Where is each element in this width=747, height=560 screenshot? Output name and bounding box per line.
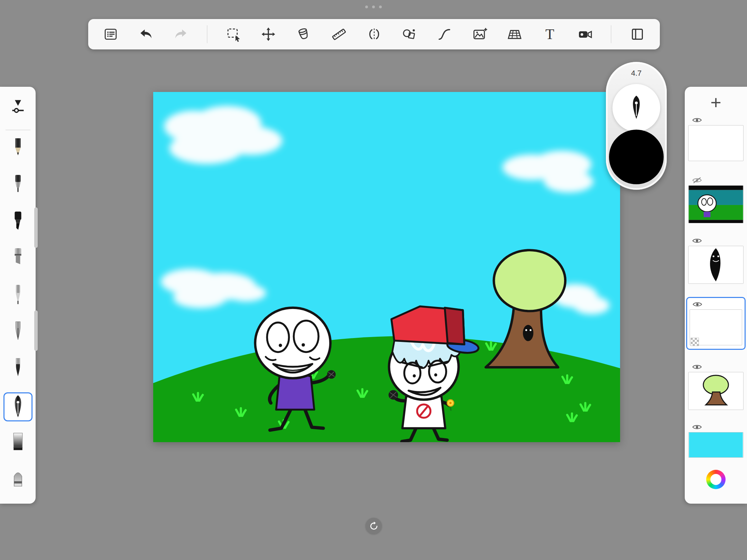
scroll-indicator[interactable] (34, 207, 38, 248)
flat-marker-tool[interactable] (3, 246, 33, 275)
brush-size-value: 4.7 (606, 69, 667, 78)
curve-icon (436, 26, 452, 42)
brush-size-overlay[interactable]: 4.7 (606, 62, 667, 190)
layer-item[interactable] (688, 116, 744, 161)
add-layer-button[interactable]: + (710, 93, 721, 112)
list-menu-icon (103, 26, 119, 42)
chisel-marker-tool[interactable] (3, 209, 33, 238)
eye-icon[interactable] (692, 116, 702, 123)
layer-thumbnail[interactable] (688, 432, 744, 458)
layer-item[interactable] (688, 177, 744, 223)
alpha-lock-icon (691, 338, 699, 346)
layer-thumbnail[interactable] (688, 246, 744, 284)
eraser-icon (9, 468, 27, 492)
rotate-canvas-button[interactable] (366, 518, 382, 534)
layer-thumbnail[interactable] (688, 372, 744, 410)
canvas-frame-icon (629, 26, 645, 42)
import-image-icon (472, 26, 488, 42)
technical-pen-icon (9, 175, 27, 199)
nib-pen-tool[interactable] (3, 319, 33, 348)
eraser-tool[interactable] (3, 466, 33, 495)
pencil-icon (9, 138, 27, 162)
color-swatch[interactable] (609, 130, 664, 184)
fineliner-tool[interactable] (3, 282, 33, 311)
layer-item[interactable] (688, 237, 744, 284)
symmetry-icon (366, 26, 382, 42)
select-icon (225, 26, 241, 42)
brush-preview-button[interactable] (612, 84, 660, 132)
select-tool-button[interactable] (224, 25, 243, 44)
text-tool-button[interactable]: T (541, 25, 559, 44)
fountain-pen-tool[interactable] (3, 392, 33, 421)
toolbar-separator (611, 25, 611, 43)
ruler-tool-button[interactable] (330, 25, 348, 44)
fountain-pen-icon (9, 395, 27, 419)
rotate-icon (369, 521, 379, 531)
color-wheel-button[interactable] (706, 470, 726, 489)
technical-pen-tool[interactable] (3, 172, 33, 202)
undo-icon (138, 26, 154, 42)
layer-thumbnail[interactable] (688, 185, 744, 223)
scroll-indicator[interactable] (34, 310, 38, 351)
eye-off-icon[interactable] (692, 177, 702, 184)
fineliner-icon (9, 285, 27, 309)
eye-icon[interactable] (692, 423, 702, 430)
top-toolbar: T (88, 19, 660, 49)
perspective-grid-button[interactable] (505, 25, 524, 44)
symmetry-tool-button[interactable] (365, 25, 384, 44)
brush-panel (0, 87, 36, 504)
paint-brush-icon (9, 358, 27, 382)
layer-thumbnail[interactable] (688, 125, 744, 161)
fountain-pen-nib-icon (627, 95, 646, 121)
record-button[interactable] (576, 25, 594, 44)
panel-divider (6, 130, 30, 130)
layer-item[interactable] (688, 423, 744, 458)
curve-tool-button[interactable] (435, 25, 454, 44)
fill-bucket-icon (296, 26, 312, 42)
perspective-grid-icon (507, 26, 523, 42)
eye-icon[interactable] (692, 363, 702, 370)
brush-settings-icon (10, 99, 26, 115)
redo-icon (173, 26, 189, 42)
nib-pen-icon (9, 321, 27, 346)
flat-marker-icon (9, 248, 27, 272)
list-menu-button[interactable] (101, 25, 120, 44)
layer-item[interactable] (688, 363, 744, 410)
brush-settings-button[interactable] (3, 92, 33, 121)
undo-button[interactable] (137, 25, 155, 44)
shapes-tool-button[interactable] (400, 25, 418, 44)
gradient-tool-icon (9, 431, 27, 456)
layer-item-selected[interactable] (686, 297, 746, 350)
drawing-app: T (0, 0, 747, 560)
import-image-button[interactable] (470, 25, 489, 44)
layers-panel: + (685, 87, 747, 504)
text-tool-glyph: T (545, 27, 554, 41)
shapes-icon (401, 26, 417, 42)
fill-tool-button[interactable] (294, 25, 313, 44)
chisel-marker-icon (9, 212, 27, 236)
toolbar-handle[interactable] (365, 6, 382, 8)
record-icon (577, 26, 593, 42)
eye-icon[interactable] (693, 301, 702, 308)
redo-button[interactable] (172, 25, 190, 44)
pencil-tool[interactable] (3, 136, 33, 165)
move-tool-button[interactable] (259, 25, 278, 44)
paint-brush-tool[interactable] (3, 356, 33, 385)
artwork (153, 92, 620, 442)
canvas-frame-button[interactable] (628, 25, 647, 44)
gradient-tool[interactable] (3, 429, 33, 458)
drawing-canvas[interactable] (153, 92, 620, 442)
move-icon (260, 26, 276, 42)
toolbar-separator (207, 25, 208, 43)
ruler-icon (331, 26, 347, 42)
eye-icon[interactable] (692, 237, 702, 244)
